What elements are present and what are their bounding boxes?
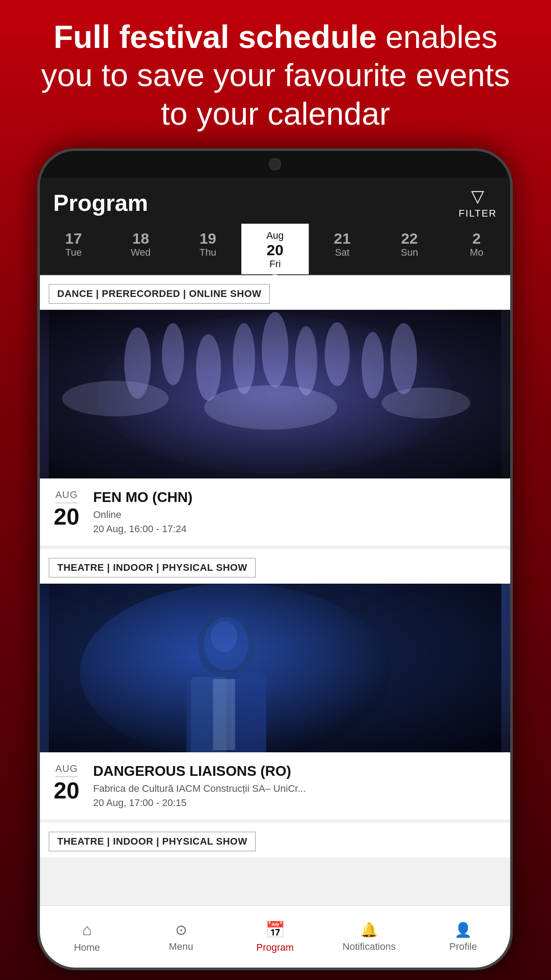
theatre-svg	[40, 584, 510, 752]
event-name-1: FEN MO (CHN)	[93, 489, 501, 506]
svg-rect-0	[49, 310, 501, 478]
camera-lens	[269, 158, 281, 170]
nav-profile-label: Profile	[449, 941, 477, 952]
date-divider-2	[55, 776, 78, 777]
hero-light-text: enables	[377, 19, 497, 55]
event-details-2: DANGEROUS LIAISONS (RO) Fabrica de Cultu…	[93, 763, 501, 809]
event-date-1: AUG 20	[49, 489, 84, 535]
hero-header: Full festival schedule enables you to sa…	[0, 0, 551, 146]
svg-rect-21	[231, 677, 266, 752]
event-name-2: DANGEROUS LIAISONS (RO)	[93, 763, 501, 779]
phone-top-bar	[40, 151, 510, 178]
svg-point-3	[162, 323, 184, 385]
event-month-2: AUG	[55, 763, 78, 775]
hero-line3: to your calendar	[161, 96, 390, 131]
app-title: Program	[53, 190, 148, 216]
event-time-2: 20 Aug, 17:00 - 20:15	[93, 797, 501, 809]
cal-day-19[interactable]: 19 Thu	[174, 224, 241, 274]
svg-rect-20	[191, 677, 226, 752]
event-image-2	[40, 584, 510, 752]
nav-home[interactable]: ⌂ Home	[40, 906, 134, 968]
app-header: Program ▽ FILTER	[40, 178, 510, 224]
cal-day-20-active[interactable]: Aug 20 Fri ▾	[241, 224, 308, 274]
svg-point-7	[295, 326, 317, 395]
svg-rect-14	[49, 584, 501, 752]
event-day-1: 20	[54, 505, 79, 528]
svg-point-6	[262, 312, 288, 387]
svg-rect-17	[186, 672, 266, 752]
filter-button[interactable]: ▽ FILTER	[459, 186, 497, 219]
svg-point-2	[124, 328, 151, 399]
cal-day-21[interactable]: 21 Sat	[309, 224, 376, 274]
hero-line2: you to save your favourite events	[41, 57, 510, 93]
event-venue-2: Fabrica de Cultură IACM Construcții SA– …	[93, 783, 501, 794]
profile-icon: 👤	[454, 921, 472, 938]
event-month-1: AUG	[55, 489, 78, 501]
calendar-strip: 17 Tue 18 Wed 19 Thu Aug 20 Fri ▾ 21	[40, 224, 510, 275]
event-card-3[interactable]: THEATRE | INDOOR | PHYSICAL SHOW	[40, 823, 510, 858]
event-tag-2: THEATRE | INDOOR | PHYSICAL SHOW	[49, 558, 256, 577]
event-tag-1: DANCE | PRERECORDED | ONLINE SHOW	[49, 284, 270, 304]
svg-point-13	[382, 387, 470, 419]
svg-point-16	[197, 612, 255, 679]
svg-point-1	[98, 314, 453, 474]
svg-point-9	[362, 332, 384, 399]
nav-profile[interactable]: 👤 Profile	[416, 906, 510, 968]
nav-home-label: Home	[74, 942, 100, 953]
event-day-2: 20	[54, 779, 79, 802]
cal-day-mo[interactable]: 2 Mo	[443, 224, 510, 274]
filter-label: FILTER	[459, 208, 497, 219]
menu-icon: ⊙	[175, 921, 187, 938]
program-icon: 📅	[265, 921, 285, 939]
nav-notifications-label: Notifications	[342, 941, 396, 952]
bottom-nav: ⌂ Home ⊙ Menu 📅 Program 🔔 Notifications …	[40, 905, 510, 968]
app-content: Program ▽ FILTER 17 Tue 18 Wed 19 Thu	[40, 178, 510, 968]
event-card-1[interactable]: DANCE | PRERECORDED | ONLINE SHOW	[40, 275, 510, 545]
event-card-2[interactable]: THEATRE | INDOOR | PHYSICAL SHOW	[40, 549, 510, 819]
svg-point-10	[390, 323, 417, 394]
event-tag-3: THEATRE | INDOOR | PHYSICAL SHOW	[49, 832, 256, 851]
cal-day-18[interactable]: 18 Wed	[107, 224, 174, 274]
cal-day-22[interactable]: 22 Sun	[376, 224, 443, 274]
nav-menu-label: Menu	[169, 941, 193, 952]
svg-point-11	[62, 381, 169, 416]
filter-icon: ▽	[471, 186, 484, 206]
phone-frame: Program ▽ FILTER 17 Tue 18 Wed 19 Thu	[40, 151, 510, 968]
hero-bold-text: Full festival schedule	[54, 19, 377, 55]
svg-point-12	[204, 385, 337, 430]
active-day-arrow: ▾	[272, 271, 277, 282]
home-icon: ⌂	[82, 921, 92, 939]
svg-point-19	[211, 621, 237, 652]
event-info-1: AUG 20 FEN MO (CHN) Online 20 Aug, 16:00…	[40, 478, 510, 545]
dance-svg	[40, 310, 510, 478]
cal-day-17[interactable]: 17 Tue	[40, 224, 107, 274]
svg-point-5	[233, 323, 255, 394]
nav-menu[interactable]: ⊙ Menu	[134, 906, 228, 968]
bell-icon: 🔔	[360, 921, 378, 938]
nav-program[interactable]: 📅 Program	[228, 906, 322, 968]
svg-point-18	[204, 617, 248, 670]
event-venue-1: Online	[93, 509, 501, 521]
event-image-1	[40, 310, 510, 478]
event-date-2: AUG 20	[49, 763, 84, 809]
event-info-2: AUG 20 DANGEROUS LIAISONS (RO) Fabrica d…	[40, 752, 510, 819]
svg-point-4	[196, 334, 221, 401]
date-divider-1	[55, 502, 78, 503]
event-details-1: FEN MO (CHN) Online 20 Aug, 16:00 - 17:2…	[93, 489, 501, 535]
svg-point-15	[80, 584, 390, 752]
nav-notifications[interactable]: 🔔 Notifications	[322, 906, 416, 968]
event-time-1: 20 Aug, 16:00 - 17:24	[93, 523, 501, 535]
nav-program-label: Program	[256, 942, 294, 953]
svg-rect-22	[213, 679, 235, 750]
svg-point-8	[325, 322, 350, 386]
event-list: DANCE | PRERECORDED | ONLINE SHOW	[40, 275, 510, 905]
